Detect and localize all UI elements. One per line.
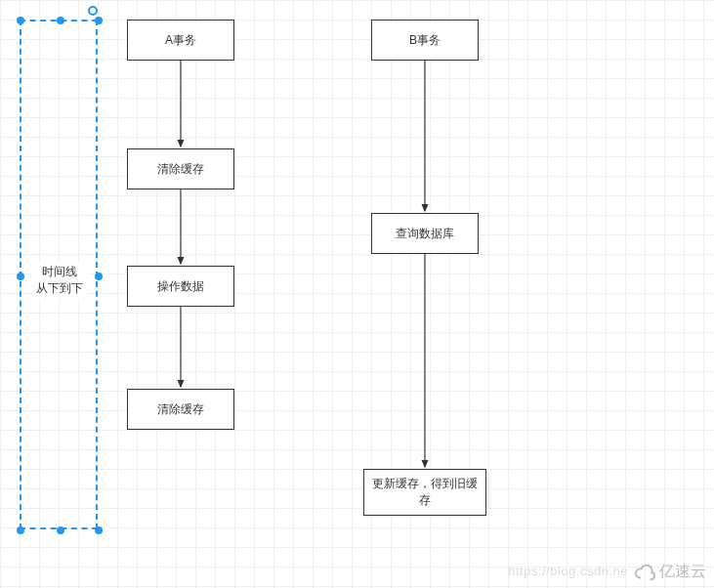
- box-b-title[interactable]: B事务: [371, 20, 479, 61]
- box-a-title[interactable]: A事务: [127, 20, 234, 61]
- box-a-step-1[interactable]: 清除缓存: [127, 148, 234, 189]
- resize-handle-sw[interactable]: [17, 526, 24, 534]
- resize-handle-se[interactable]: [95, 526, 103, 534]
- box-a-step-3[interactable]: 清除缓存: [127, 389, 234, 430]
- box-b-step-1[interactable]: 查询数据库: [371, 213, 479, 254]
- resize-handle-ne[interactable]: [95, 17, 103, 24]
- diagram-canvas[interactable]: 时间线 从下到下 A事务 清除缓存 操作数据 清除缓存 B事务 查询数据库 更新…: [0, 0, 714, 588]
- timeline-label: 时间线 从下到下: [31, 262, 88, 299]
- watermark-brand: 亿速云: [634, 562, 706, 582]
- resize-handle-e[interactable]: [95, 273, 103, 280]
- resize-handle-n[interactable]: [57, 17, 64, 24]
- watermark-brand-text: 亿速云: [659, 562, 706, 582]
- connectors: [0, 0, 714, 588]
- resize-handle-w[interactable]: [17, 273, 24, 280]
- watermark-url: https://blog.csdn.ne: [508, 564, 628, 578]
- resize-handle-s[interactable]: [57, 526, 64, 534]
- cloud-icon: [634, 565, 655, 580]
- box-b-step-2[interactable]: 更新缓存，得到旧缓存: [363, 469, 486, 516]
- box-a-step-2[interactable]: 操作数据: [127, 266, 234, 307]
- resize-handle-nw[interactable]: [17, 17, 24, 24]
- rotate-handle-icon[interactable]: [88, 6, 98, 16]
